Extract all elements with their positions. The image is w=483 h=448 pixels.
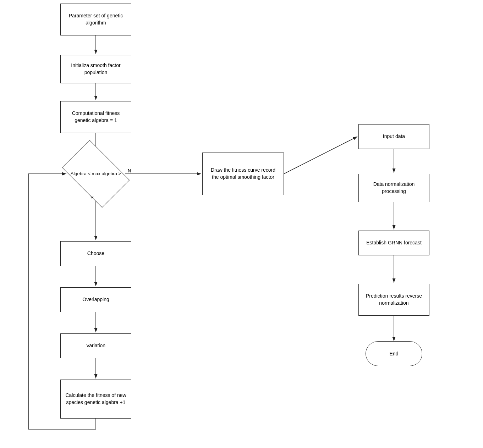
diamond-algebra: Algebra < max algebra >	[67, 154, 124, 193]
box-choose: Choose	[60, 241, 131, 266]
box-pred-reverse: Prediction results reverse normalization	[358, 284, 429, 316]
label-y: Y	[90, 195, 94, 200]
box-param-set: Parameter set of genetic algorithm	[60, 4, 131, 35]
box-end: End	[366, 341, 422, 366]
box-computational: Computational fitness genetic algebra = …	[60, 101, 131, 133]
box-calculate-fitness: Calculate the fitness of new species gen…	[60, 380, 131, 419]
box-data-norm: Data normalization processing	[358, 174, 429, 202]
box-grnn: Establish GRNN forecast	[358, 231, 429, 255]
box-variation: Variation	[60, 333, 131, 358]
label-n: N	[128, 168, 131, 173]
box-input-data: Input data	[358, 124, 429, 149]
box-overlapping: Overlapping	[60, 287, 131, 312]
svg-line-9	[284, 137, 357, 174]
flowchart: Parameter set of genetic algorithm Initi…	[0, 0, 483, 448]
box-initialize: Initializa smooth factor population	[60, 55, 131, 83]
diamond-shape	[62, 140, 130, 208]
box-draw-fitness: Draw the fitness curve record the optima…	[202, 153, 284, 195]
